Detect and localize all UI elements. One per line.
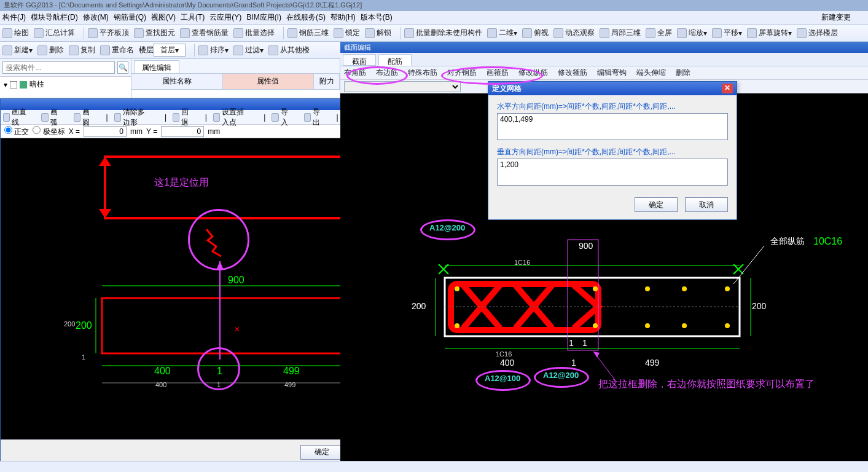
lock-button[interactable]: 锁定 (334, 28, 360, 38)
zoom-button[interactable]: 缩放 ▾ (677, 28, 707, 38)
x-label: X = (69, 127, 80, 136)
new-change-button[interactable]: 新建变更 (816, 13, 856, 22)
grid-close-button[interactable]: ✕ (722, 84, 733, 93)
batchdel-button[interactable]: 批量删除未使用构件 (404, 28, 482, 38)
copy-icon (69, 45, 79, 55)
cad-ok-button[interactable]: 确定 (300, 445, 343, 460)
full-button[interactable]: 全屏 (646, 28, 672, 38)
svg-point-25 (593, 286, 598, 291)
export-button[interactable]: 导出 (304, 107, 330, 128)
fromother-button[interactable]: 从其他楼 (268, 45, 310, 55)
highlight-align-modbar (441, 66, 543, 85)
x-unit: mm (130, 127, 143, 136)
annotation-locator: 这1是定位用 (154, 176, 209, 189)
sort-button[interactable]: 排序 ▾ (198, 45, 229, 55)
grid-vinput[interactable]: 1,200 (497, 159, 728, 186)
viewrebar-button[interactable]: 查看钢筋量 (180, 28, 229, 38)
selfloor-button[interactable]: 选择楼层 (797, 28, 838, 38)
dim-one3: 1 (582, 338, 587, 348)
svg-rect-0 (105, 157, 375, 218)
unlock-button[interactable]: 解锁 (365, 28, 391, 38)
dim-hr: 200 (752, 301, 766, 311)
tool-modstirrup[interactable]: 修改箍筋 (558, 68, 587, 78)
x-input[interactable] (84, 126, 127, 137)
point-icon (213, 113, 221, 122)
drawcircle-button[interactable]: 画圆 (74, 107, 100, 128)
scrrot-button[interactable]: 屏幕旋转 ▾ (747, 28, 792, 38)
draw-button[interactable]: 绘图 (2, 28, 29, 38)
rename-button[interactable]: 重命名 (100, 45, 134, 55)
menu-version[interactable]: 版本号(B) (361, 12, 393, 23)
dim-r: 499 (645, 358, 659, 368)
tab-property[interactable]: 属性编辑 (134, 60, 179, 73)
orbit-icon (553, 28, 563, 38)
menu-modify[interactable]: 修改(M) (83, 12, 109, 23)
menu-bim[interactable]: BIM应用(I) (246, 12, 281, 23)
tool-delete[interactable]: 删除 (676, 68, 690, 78)
menu-nav[interactable]: 模块导航栏(D) (31, 12, 78, 23)
eye-icon (180, 28, 190, 38)
y-unit: mm (208, 127, 220, 136)
local3d-button[interactable]: 局部三维 (600, 28, 641, 38)
search-icon (134, 28, 144, 38)
drawline-button[interactable]: 画直线 (3, 107, 35, 128)
dim-left: 400 (154, 366, 171, 377)
pan-button[interactable]: 平移 ▾ (712, 28, 742, 38)
menu-help[interactable]: 帮助(H) (330, 12, 356, 23)
tool-hook[interactable]: 编辑弯钩 (597, 68, 627, 78)
clear-button[interactable]: 清除多边形 (114, 107, 158, 128)
tree-item-column[interactable]: ▾ 暗柱 (4, 79, 127, 90)
batch-button[interactable]: 批量选择 (233, 28, 275, 38)
search-input[interactable] (2, 61, 115, 74)
delete-button[interactable]: 删除 (37, 45, 64, 55)
lock-icon (334, 28, 343, 38)
svg-point-33 (725, 323, 730, 328)
checkbox-icon[interactable] (10, 81, 17, 88)
copy-button[interactable]: 复制 (69, 45, 95, 55)
tab-rebar[interactable]: 配筋 (378, 54, 412, 66)
menu-tools[interactable]: 工具(T) (181, 12, 205, 23)
sum-button[interactable]: 汇总计算 (34, 28, 75, 38)
menu-view[interactable]: 视图(V) (151, 12, 176, 23)
view2d-button[interactable]: 二维 ▾ (487, 28, 517, 38)
cube-icon (287, 28, 297, 38)
grid-ok-button[interactable]: 确定 (635, 197, 678, 212)
menu-rebar[interactable]: 钢筋量(Q) (114, 12, 146, 23)
drawarc-button[interactable]: 画弧 (41, 107, 67, 128)
overhead-button[interactable]: 俯视 (522, 28, 549, 38)
rebar3d-button[interactable]: 钢筋三维 (287, 28, 329, 38)
import-button[interactable]: 导入 (272, 107, 297, 128)
section-title: 截面编辑 (340, 42, 868, 53)
filter-button[interactable]: 过滤 ▾ (233, 45, 264, 55)
svg-point-28 (725, 286, 730, 291)
undo-button[interactable]: 回退 (173, 107, 198, 128)
menu-cloud[interactable]: 云应用(Y) (209, 12, 241, 23)
insert-button[interactable]: 设置插入点 (213, 107, 257, 128)
svg-line-38 (733, 246, 764, 284)
highlight-corner-edge (346, 66, 408, 85)
tool-extend[interactable]: 端头伸缩 (636, 68, 666, 78)
new-button[interactable]: 新建 ▾ (2, 45, 33, 55)
x-icon (37, 45, 47, 55)
sigma-icon (34, 28, 44, 38)
find-button[interactable]: 查找图元 (134, 28, 175, 38)
menu-component[interactable]: 构件(J) (2, 12, 26, 23)
polar-radio[interactable]: 极坐标 (33, 126, 65, 137)
svg-point-30 (593, 323, 598, 328)
dyn-button[interactable]: 动态观察 (553, 28, 595, 38)
tool-special[interactable]: 特殊布筋 (408, 68, 437, 78)
grid-hinput[interactable]: 400,1,499 (497, 113, 728, 140)
svg-marker-37 (593, 352, 600, 358)
grid-vlabel: 垂直方向间距(mm)=>间距*个数,间距,间距*个数,间距,... (497, 147, 728, 157)
dim-width: 900 (228, 275, 244, 286)
search-go-button[interactable]: 🔍 (117, 61, 128, 74)
floor-select[interactable]: 首层 ▾ (154, 44, 186, 57)
y-input[interactable] (161, 126, 204, 137)
dim-hl: 200 (412, 301, 426, 311)
ortho-radio[interactable]: 正交 (4, 126, 29, 137)
y-label: Y = (146, 127, 157, 136)
level-button[interactable]: 平齐板顶 (88, 28, 129, 38)
menu-online[interactable]: 在线服务(S) (286, 12, 326, 23)
grid-cancel-button[interactable]: 取消 (685, 197, 728, 212)
tab-section[interactable]: 截面 (343, 54, 376, 66)
